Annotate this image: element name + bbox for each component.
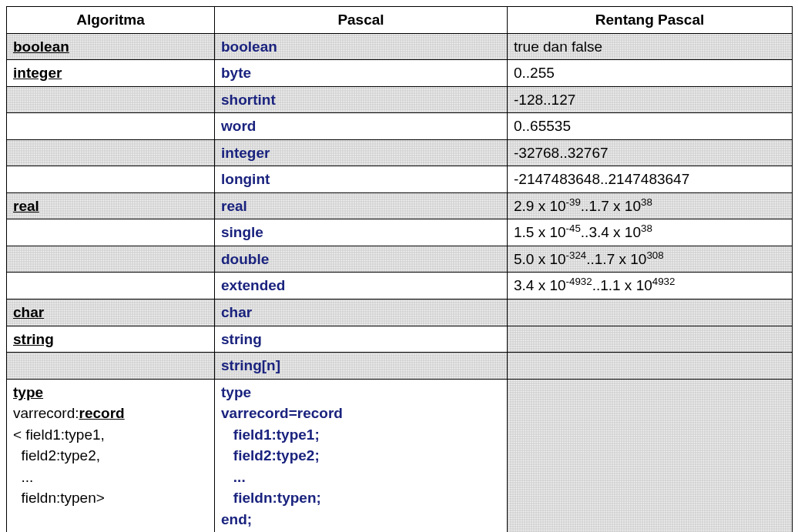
table-row: double5.0 x 10-324..1.7 x 10308 bbox=[7, 246, 793, 273]
cell-rentang: 3.4 x 10-4932..1.1 x 104932 bbox=[508, 273, 793, 299]
cell-algoritma bbox=[7, 219, 215, 246]
header-row: Algoritma Pascal Rentang Pascal bbox=[7, 7, 793, 34]
table-row: integer-32768..32767 bbox=[7, 139, 793, 166]
cell-pascal: string bbox=[215, 326, 508, 353]
cell-algoritma bbox=[7, 273, 215, 299]
cell-rentang: 0..65535 bbox=[508, 113, 793, 140]
table-row: string[n] bbox=[7, 353, 793, 380]
algoritma-label: boolean bbox=[13, 38, 69, 55]
pascal-label: char bbox=[221, 304, 252, 320]
cell-algoritma bbox=[7, 246, 215, 273]
table-row: word0..65535 bbox=[7, 113, 793, 140]
cell-algoritma bbox=[7, 139, 215, 166]
header-rentang: Rentang Pascal bbox=[508, 7, 793, 34]
table-row: single1.5 x 10-45..3.4 x 1038 bbox=[7, 219, 793, 246]
cell-algoritma bbox=[7, 86, 215, 113]
pascal-label: real bbox=[221, 198, 247, 214]
pascal-label: double bbox=[221, 251, 269, 267]
cell-rentang bbox=[508, 379, 793, 532]
cell-rentang: 5.0 x 10-324..1.7 x 10308 bbox=[508, 246, 793, 273]
pascal-label: string[n] bbox=[221, 357, 280, 373]
cell-pascal: word bbox=[215, 113, 508, 140]
pascal-label: byte bbox=[221, 65, 251, 81]
table-row: stringstring bbox=[7, 326, 793, 353]
cell-pascal: shortint bbox=[215, 86, 508, 113]
cell-pascal: longint bbox=[215, 166, 508, 193]
cell-pascal: real bbox=[215, 192, 508, 219]
cell-pascal: extended bbox=[215, 273, 508, 299]
cell-rentang: 0..255 bbox=[508, 60, 793, 87]
cell-rentang: -32768..32767 bbox=[508, 139, 793, 166]
table-row: extended3.4 x 10-4932..1.1 x 104932 bbox=[7, 273, 793, 299]
algoritma-label: real bbox=[13, 198, 39, 214]
cell-rentang bbox=[508, 326, 793, 353]
table-row: charchar bbox=[7, 299, 793, 326]
algoritma-label: integer bbox=[13, 65, 62, 81]
cell-algoritma: char bbox=[7, 299, 215, 326]
algoritma-label: string bbox=[13, 331, 54, 347]
cell-algoritma: real bbox=[7, 192, 215, 219]
cell-rentang: 1.5 x 10-45..3.4 x 1038 bbox=[508, 219, 793, 246]
type-table: Algoritma Pascal Rentang Pascal booleanb… bbox=[6, 6, 793, 532]
cell-rentang: -2147483648..2147483647 bbox=[508, 166, 793, 193]
cell-algoritma bbox=[7, 353, 215, 380]
table-row: shortint-128..127 bbox=[7, 86, 793, 113]
cell-rentang bbox=[508, 299, 793, 326]
cell-pascal: single bbox=[215, 219, 508, 246]
cell-algoritma bbox=[7, 113, 215, 140]
pascal-label: word bbox=[221, 118, 256, 134]
cell-pascal: byte bbox=[215, 60, 508, 87]
cell-rentang bbox=[508, 353, 793, 380]
cell-algoritma: boolean bbox=[7, 33, 215, 60]
cell-algoritma: typevarrecord:record< field1:type1, fiel… bbox=[7, 379, 215, 532]
cell-algoritma: string bbox=[7, 326, 215, 353]
cell-pascal: char bbox=[215, 299, 508, 326]
pascal-label: extended bbox=[221, 277, 285, 293]
pascal-label: integer bbox=[221, 145, 270, 161]
cell-algoritma: integer bbox=[7, 60, 215, 87]
table-row: integerbyte0..255 bbox=[7, 60, 793, 87]
cell-pascal: integer bbox=[215, 139, 508, 166]
cell-pascal: double bbox=[215, 246, 508, 273]
pascal-label: shortint bbox=[221, 92, 276, 108]
cell-rentang: true dan false bbox=[508, 33, 793, 60]
pascal-label: longint bbox=[221, 171, 270, 187]
cell-rentang: 2.9 x 10-39..1.7 x 1038 bbox=[508, 192, 793, 219]
pascal-label: string bbox=[221, 331, 262, 347]
cell-rentang: -128..127 bbox=[508, 86, 793, 113]
cell-pascal: boolean bbox=[215, 33, 508, 60]
cell-pascal: string[n] bbox=[215, 353, 508, 380]
cell-algoritma bbox=[7, 166, 215, 193]
header-pascal: Pascal bbox=[215, 7, 508, 34]
table-row: typevarrecord:record< field1:type1, fiel… bbox=[7, 379, 793, 532]
table-row: booleanbooleantrue dan false bbox=[7, 33, 793, 60]
table-row: longint-2147483648..2147483647 bbox=[7, 166, 793, 193]
cell-pascal: typevarrecord=record field1:type1; field… bbox=[215, 379, 508, 532]
pascal-label: boolean bbox=[221, 38, 277, 55]
header-algoritma: Algoritma bbox=[7, 7, 215, 34]
table-row: realreal2.9 x 10-39..1.7 x 1038 bbox=[7, 192, 793, 219]
algoritma-label: char bbox=[13, 304, 44, 320]
pascal-label: single bbox=[221, 224, 263, 240]
